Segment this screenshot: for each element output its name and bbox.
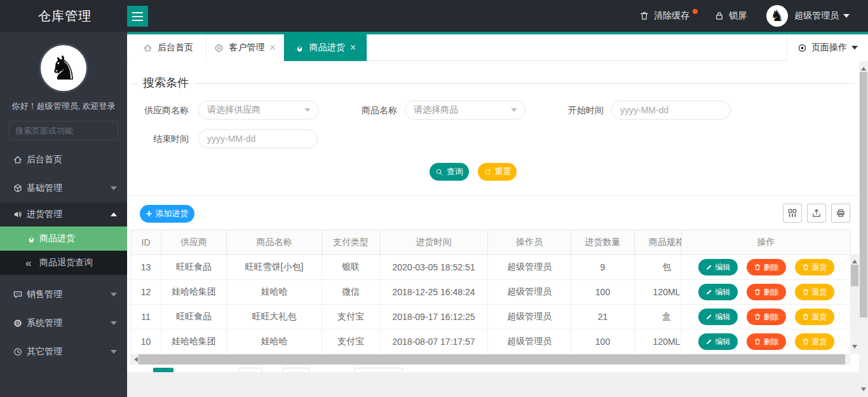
col-qty: 进货数量: [571, 230, 635, 255]
delete-button[interactable]: 删除: [747, 259, 786, 275]
clear-cache-label: 清除缓存: [654, 10, 689, 22]
supplier-label: 供应商名称: [138, 101, 189, 120]
chevron-down-icon: [511, 108, 517, 115]
scroll-up-arrow[interactable]: [852, 257, 857, 263]
delete-button[interactable]: 删除: [747, 284, 786, 300]
cell-product: 娃哈哈: [227, 330, 322, 354]
print-button[interactable]: [831, 204, 850, 223]
chevron-down-icon: [843, 14, 850, 21]
close-icon[interactable]: ×: [350, 43, 356, 53]
end-time-label: 结束时间: [144, 129, 189, 148]
gear-icon: [13, 318, 23, 328]
supplier-select[interactable]: 请选择供应商: [198, 101, 319, 120]
export-button[interactable]: [807, 204, 826, 223]
tab-customer-mgmt[interactable]: 客户管理 ×: [207, 34, 284, 61]
table-horizontal-scrollbar[interactable]: [130, 354, 850, 365]
scrollbar-thumb[interactable]: [860, 72, 867, 317]
page-vertical-scrollbar[interactable]: [859, 61, 868, 397]
trash-icon: [754, 288, 761, 296]
tab-product-purchase[interactable]: 商品进货 ×: [284, 34, 367, 61]
sidebar-item-purchase-mgmt[interactable]: 进货管理: [0, 202, 127, 226]
scroll-down-arrow[interactable]: [852, 345, 857, 351]
user-dropdown[interactable]: 超级管理员: [794, 0, 850, 32]
clear-cache-button[interactable]: 清除缓存: [639, 0, 689, 32]
pagination-button[interactable]: [283, 368, 309, 372]
return-button[interactable]: 退货: [795, 259, 834, 275]
start-time-input[interactable]: [611, 101, 731, 120]
fire-icon: [295, 43, 304, 53]
return-button[interactable]: 退货: [795, 284, 834, 300]
cell-supplier: 娃哈哈集团: [161, 280, 227, 305]
query-button[interactable]: 查询: [430, 163, 469, 181]
delete-button[interactable]: 删除: [747, 309, 786, 325]
end-time-input[interactable]: [198, 129, 318, 148]
edit-button[interactable]: 编辑: [698, 309, 738, 325]
pagination-page-size-select[interactable]: [354, 368, 403, 372]
sidebar-item-home[interactable]: 后台首页: [0, 145, 127, 174]
tab-home[interactable]: 后台首页: [130, 34, 207, 61]
history-icon: [13, 347, 23, 357]
sidebar-item-purchase-return-query[interactable]: « 商品退货查询: [0, 251, 127, 275]
pagination-current-page[interactable]: [153, 368, 173, 372]
chevron-down-icon: [111, 321, 117, 328]
columns-icon: [787, 208, 797, 218]
page-operations-dropdown[interactable]: 页面操作: [787, 34, 868, 61]
refresh-icon: [484, 168, 492, 176]
table-row: 11 旺旺食品 旺旺大礼包 支付宝 2018-09-17 16:12:25 超级…: [131, 305, 851, 330]
sidebar-search-input[interactable]: [10, 126, 130, 136]
col-operator: 操作员: [488, 230, 571, 255]
pencil-icon: [705, 338, 713, 345]
search-panel-title: 搜索条件: [137, 75, 194, 90]
cell-time: 2018-12-25 16:48:24: [380, 280, 488, 305]
scroll-left-arrow[interactable]: [132, 357, 138, 362]
chevron-down-icon: [851, 46, 858, 53]
close-icon[interactable]: ×: [269, 43, 275, 53]
edit-button[interactable]: 编辑: [698, 284, 738, 300]
columns-filter-button[interactable]: [783, 204, 802, 223]
cell-operator: 超级管理员: [488, 305, 571, 330]
sidebar-item-product-purchase[interactable]: 商品进货: [0, 226, 127, 251]
trash-icon: [754, 313, 761, 321]
sidebar-item-basic-mgmt[interactable]: 基础管理: [0, 174, 127, 202]
cell-actions: 编辑 删除 退货: [682, 330, 851, 354]
main-content: 搜索条件 供应商名称 请选择供应商 商品名称 请选择商品 开始时间 结束时间 查…: [127, 61, 859, 372]
lock-screen-button[interactable]: 锁屏: [714, 0, 747, 32]
chevron-down-icon: [111, 350, 117, 357]
scroll-down-arrow[interactable]: [861, 387, 866, 394]
scrollbar-thumb[interactable]: [139, 354, 845, 365]
scroll-up-arrow[interactable]: [861, 64, 866, 71]
chevron-down-icon: [304, 108, 311, 115]
chevron-up-icon: [111, 209, 117, 216]
table-row: 13 旺旺食品 旺旺雪饼[小包] 银联 2020-03-05 18:52:51 …: [131, 255, 851, 280]
horse-logo-icon: ♞: [49, 52, 79, 85]
cell-pay: 银联: [322, 255, 380, 280]
cell-operator: 超级管理员: [488, 255, 571, 280]
sidebar: ♞ 你好！超级管理员, 欢迎登录 后台首页 基础管理 进货管理 商品进货 « 商…: [0, 32, 127, 397]
user-avatar[interactable]: ♞: [766, 5, 788, 27]
return-button[interactable]: 退货: [795, 333, 834, 350]
cell-operator: 超级管理员: [488, 280, 571, 305]
pause-circle-icon: [214, 43, 224, 53]
chevron-down-icon: [111, 186, 117, 193]
trash-icon: [802, 288, 810, 296]
top-bar: 仓库管理 清除缓存 锁屏 ♞ 超级管理员: [0, 0, 868, 32]
reset-button[interactable]: 重置: [478, 163, 517, 181]
profile-avatar[interactable]: ♞: [39, 43, 88, 93]
sidebar-item-sales-mgmt[interactable]: 销售管理: [0, 280, 127, 309]
trash-icon: [802, 338, 810, 345]
notification-dot: [693, 9, 698, 14]
table-vertical-scrollbar[interactable]: [850, 254, 859, 354]
edit-button[interactable]: 编辑: [698, 259, 738, 275]
col-spec: 商品规格: [635, 230, 682, 255]
sidebar-item-system-mgmt[interactable]: 系统管理: [0, 309, 127, 337]
return-button[interactable]: 退货: [795, 309, 834, 325]
greeting-text: 你好！超级管理员, 欢迎登录: [0, 101, 127, 112]
product-select[interactable]: 请选择商品: [405, 101, 526, 120]
sidebar-item-other-mgmt[interactable]: 其它管理: [0, 337, 127, 366]
delete-button[interactable]: 删除: [747, 333, 786, 350]
scrollbar-thumb[interactable]: [851, 265, 858, 286]
pagination-button[interactable]: [238, 368, 262, 372]
add-purchase-button[interactable]: + 添加进货: [140, 205, 194, 223]
sidebar-toggle-button[interactable]: [127, 6, 148, 27]
edit-button[interactable]: 编辑: [698, 333, 738, 350]
